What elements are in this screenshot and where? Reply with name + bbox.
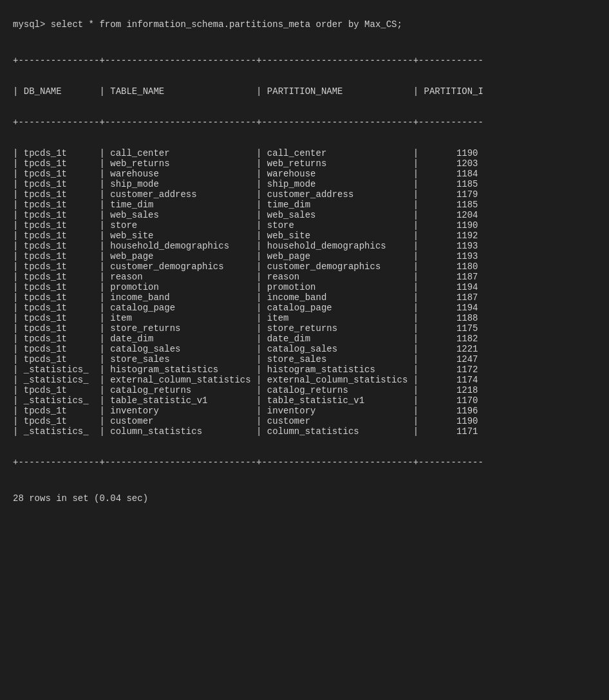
- table-row: | _statistics_ | column_statistics | col…: [13, 426, 596, 437]
- sql-command: mysql> select * from information_schema.…: [13, 19, 596, 30]
- result-footer: 28 rows in set (0.04 sec): [13, 493, 596, 504]
- result-table: +---------------+-----------------------…: [13, 35, 596, 488]
- table-row: | tpcds_1t | web_site | web_site | 1192: [13, 231, 596, 241]
- table-row: | tpcds_1t | reason | reason | 1187: [13, 272, 596, 282]
- table-row: | tpcds_1t | ship_mode | ship_mode | 118…: [13, 179, 596, 189]
- table-row: | tpcds_1t | catalog_page | catalog_page…: [13, 303, 596, 313]
- table-row: | tpcds_1t | income_band | income_band |…: [13, 292, 596, 303]
- table-row: | tpcds_1t | customer_demographics | cus…: [13, 261, 596, 272]
- table-rows: | tpcds_1t | call_center | call_center |…: [13, 148, 596, 437]
- divider-mid: +---------------+-----------------------…: [13, 117, 596, 128]
- table-row: | tpcds_1t | store_sales | store_sales |…: [13, 354, 596, 364]
- table-row: | tpcds_1t | time_dim | time_dim | 1185: [13, 200, 596, 210]
- table-row: | tpcds_1t | web_sales | web_sales | 120…: [13, 210, 596, 220]
- table-row: | tpcds_1t | date_dim | date_dim | 1182: [13, 334, 596, 344]
- table-row: | tpcds_1t | call_center | call_center |…: [13, 148, 596, 158]
- table-row: | tpcds_1t | store_returns | store_retur…: [13, 323, 596, 334]
- table-row: | tpcds_1t | catalog_sales | catalog_sal…: [13, 344, 596, 354]
- table-row: | tpcds_1t | customer | customer | 1190: [13, 416, 596, 426]
- terminal: mysql> select * from information_schema.…: [13, 13, 596, 510]
- table-row: | tpcds_1t | web_page | web_page | 1193: [13, 251, 596, 261]
- table-row: | tpcds_1t | catalog_returns | catalog_r…: [13, 385, 596, 395]
- table-row: | tpcds_1t | store | store | 1190: [13, 220, 596, 231]
- table-row: | tpcds_1t | promotion | promotion | 119…: [13, 282, 596, 292]
- table-row: | tpcds_1t | web_returns | web_returns |…: [13, 158, 596, 169]
- table-row: | tpcds_1t | item | item | 1188: [13, 313, 596, 323]
- table-row: | tpcds_1t | warehouse | warehouse | 118…: [13, 169, 596, 179]
- table-row: | _statistics_ | table_statistic_v1 | ta…: [13, 395, 596, 406]
- table-row: | tpcds_1t | household_demographics | ho…: [13, 241, 596, 251]
- table-row: | _statistics_ | histogram_statistics | …: [13, 364, 596, 375]
- divider-bottom: +---------------+-----------------------…: [13, 457, 596, 468]
- table-row: | tpcds_1t | inventory | inventory | 119…: [13, 406, 596, 416]
- table-row: | _statistics_ | external_column_statist…: [13, 375, 596, 385]
- table-header: | DB_NAME | TABLE_NAME | PARTITION_NAME …: [13, 86, 596, 97]
- divider-top: +---------------+-----------------------…: [13, 55, 596, 66]
- table-row: | tpcds_1t | customer_address | customer…: [13, 189, 596, 200]
